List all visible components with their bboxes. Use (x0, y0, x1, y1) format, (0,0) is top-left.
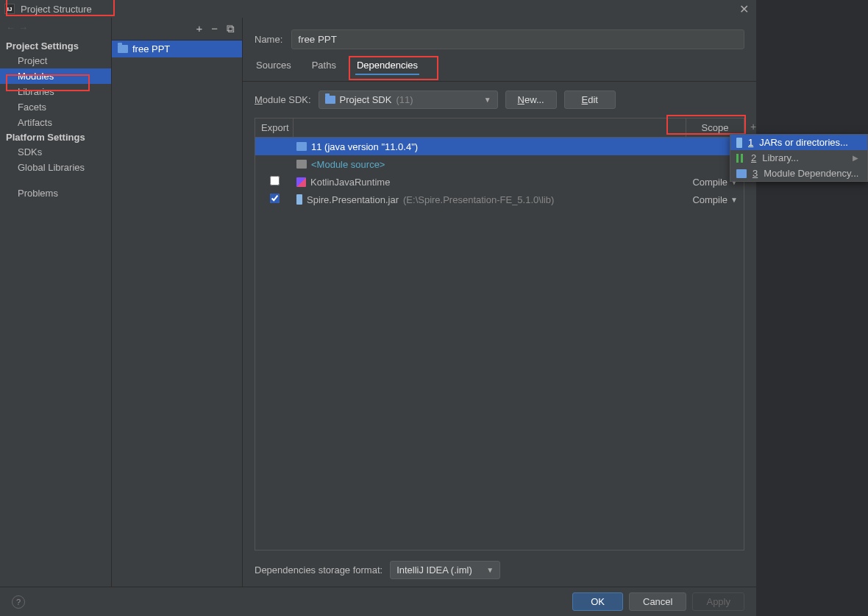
project-structure-dialog: IJ Project Structure ✕ ← → Project Setti… (0, 0, 756, 616)
add-module-icon[interactable]: + (196, 22, 202, 35)
nav-modules[interactable]: Modules (0, 68, 111, 84)
tab-sources[interactable]: Sources (255, 58, 293, 75)
module-sdk-dropdown[interactable]: Project SDK (11) ▼ (319, 91, 498, 109)
add-dependency-popup: 1 JARs or directories...2 Library...▶3 M… (730, 134, 868, 182)
nav-sdks[interactable]: SDKs (0, 144, 111, 160)
help-icon[interactable]: ? (12, 595, 25, 609)
background-area (756, 0, 868, 616)
export-checkbox[interactable] (270, 176, 280, 185)
module-folder-icon (118, 45, 128, 53)
module-item-label: free PPT (132, 43, 170, 54)
dependencies-table: Export Scope 11 (java version "11.0.4")<… (255, 118, 744, 550)
nav-heading-platform-settings: Platform Settings (0, 130, 111, 144)
left-nav: ← → Project Settings Project Modules Lib… (0, 18, 112, 587)
nav-artifacts[interactable]: Artifacts (0, 115, 111, 130)
sdk-folder-icon (325, 96, 335, 104)
tab-dependencies[interactable]: Dependencies (355, 58, 419, 75)
module-sdk-label: Module SDK: (255, 94, 311, 105)
window-title: Project Structure (21, 4, 92, 15)
popup-item[interactable]: 2 Library...▶ (730, 150, 867, 166)
dialog-body: ← → Project Settings Project Modules Lib… (0, 18, 756, 587)
dep-name: 11 (java version "11.0.4") (311, 141, 418, 152)
titlebar: IJ Project Structure ✕ (0, 0, 756, 18)
ok-button[interactable]: OK (572, 592, 623, 611)
nav-back-icon[interactable]: ← (6, 22, 15, 33)
submenu-arrow-icon: ▶ (853, 154, 858, 162)
add-dep-icon[interactable]: + (750, 121, 756, 132)
nav-forward-icon[interactable]: → (18, 22, 28, 33)
jar-icon (296, 194, 302, 205)
tab-paths[interactable]: Paths (310, 58, 338, 75)
nav-libraries[interactable]: Libraries (0, 84, 111, 99)
ij-icon: IJ (4, 4, 15, 14)
dep-name: KotlinJavaRuntime (310, 177, 390, 188)
th-export[interactable]: Export (255, 118, 294, 137)
storage-format-dropdown[interactable]: IntelliJ IDEA (.iml) ▼ (390, 561, 500, 579)
copy-module-icon[interactable]: ⧉ (227, 22, 235, 35)
dep-name: <Module source> (311, 159, 385, 170)
table-row[interactable]: 11 (java version "11.0.4") (255, 138, 744, 155)
module-name-input[interactable] (291, 29, 744, 49)
folder-icon (736, 169, 747, 178)
scope-value: Compile (692, 194, 728, 205)
dep-name: Spire.Presentation.jar (307, 194, 399, 205)
chevron-down-icon: ▼ (484, 96, 491, 104)
jar-icon (736, 138, 742, 148)
name-label: Name: (255, 34, 282, 45)
nav-heading-project-settings: Project Settings (0, 39, 111, 53)
module-list: + − ⧉ free PPT (112, 18, 243, 587)
table-row[interactable]: <Module source> (255, 155, 744, 173)
nav-problems[interactable]: Problems (0, 185, 111, 201)
chevron-down-icon: ▼ (486, 566, 494, 574)
bottom-bar: ? OK Cancel Apply (0, 587, 756, 616)
folder-gray-icon (296, 160, 307, 169)
nav-project[interactable]: Project (0, 53, 111, 68)
popup-item[interactable]: 1 JARs or directories... (730, 135, 867, 150)
nav-facets[interactable]: Facets (0, 99, 111, 115)
storage-label: Dependencies storage format: (255, 564, 383, 576)
table-row[interactable]: Spire.Presentation.jar (E:\Spire.Present… (255, 191, 744, 208)
th-name (294, 118, 686, 137)
export-checkbox[interactable] (270, 194, 280, 203)
close-icon[interactable]: ✕ (736, 2, 752, 16)
cancel-button[interactable]: Cancel (629, 592, 686, 611)
lib-icon (736, 154, 745, 163)
chevron-down-icon[interactable]: ▼ (730, 196, 738, 204)
table-row[interactable]: KotlinJavaRuntimeCompile▼ (255, 173, 744, 191)
main-panel: Name: Sources Paths Dependencies Module … (243, 18, 756, 587)
remove-module-icon[interactable]: − (211, 22, 218, 35)
kt-icon (296, 177, 306, 187)
new-sdk-button[interactable]: New... (505, 91, 557, 109)
folder-icon (296, 142, 307, 151)
scope-value: Compile (692, 177, 728, 188)
popup-item[interactable]: 3 Module Dependency... (730, 166, 867, 181)
apply-button: Apply (692, 592, 744, 611)
module-item[interactable]: free PPT (112, 40, 242, 57)
edit-sdk-button[interactable]: Edit (564, 91, 616, 109)
nav-global-libraries[interactable]: Global Libraries (0, 160, 111, 175)
